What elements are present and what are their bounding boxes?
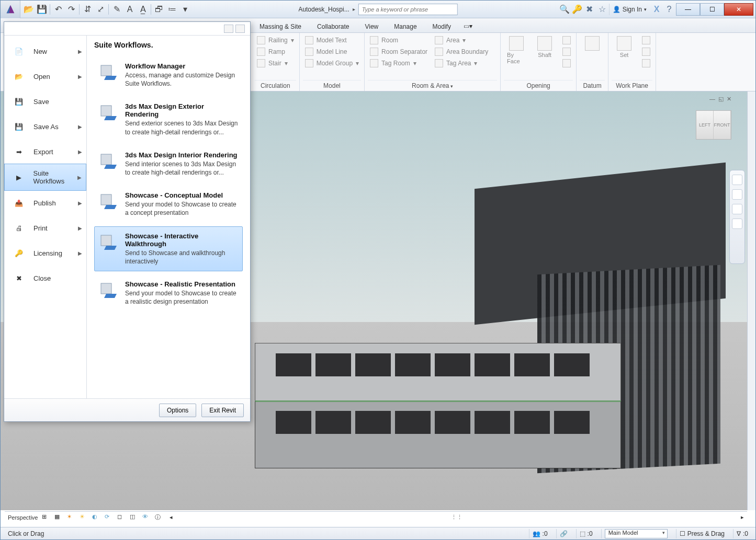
scroll-right-icon[interactable]: ▸ (741, 514, 744, 521)
scroll-handle-icon[interactable]: ⋮⋮ (451, 514, 462, 521)
cube-front[interactable]: FRONT (714, 111, 731, 139)
menu-item-close[interactable]: ✖Close (4, 266, 86, 291)
detail-icon[interactable]: ▦ (54, 513, 63, 522)
search-icon[interactable]: 🔍 (559, 4, 570, 15)
help-icon[interactable]: ? (663, 4, 675, 15)
open-docs-icon[interactable] (235, 25, 245, 33)
maximize-button[interactable]: ☐ (700, 3, 724, 16)
area-boundary-button[interactable]: Area Boundary (433, 47, 490, 57)
railing-button[interactable]: Railing ▾ (255, 35, 296, 45)
scroll-left-icon[interactable]: ◂ (170, 514, 173, 521)
ramp-button[interactable]: Ramp (255, 47, 296, 57)
design-options-button[interactable]: ⬚ :0 (576, 529, 596, 538)
menu-item-save[interactable]: 💾Save (4, 89, 86, 114)
app-menu-button[interactable] (1, 1, 20, 18)
tab-view[interactable]: View (357, 20, 386, 32)
recent-docs-icon[interactable] (224, 25, 233, 33)
visual-style-icon[interactable]: ✶ (67, 513, 75, 522)
zoom-icon[interactable] (732, 204, 742, 214)
workflow-item[interactable]: Workflow ManagerAccess, manage and custo… (94, 56, 243, 94)
redo-icon[interactable]: ↷ (65, 3, 77, 16)
menu-item-print[interactable]: 🖨Print▶ (4, 215, 86, 240)
save-icon[interactable]: 💾 (36, 3, 48, 16)
panel-title[interactable]: Room & Area (368, 80, 497, 91)
worksets-button[interactable]: 👥 :0 (529, 529, 551, 538)
workflow-item[interactable]: Showcase - Realistic PresentationSend yo… (94, 274, 243, 312)
workflow-item[interactable]: 3ds Max Design Interior RenderingSend in… (94, 145, 243, 182)
minimize-button[interactable]: — (676, 3, 700, 16)
tag-area-button[interactable]: Tag Area ▾ (433, 58, 490, 68)
sun-icon[interactable]: ☀ (80, 513, 88, 522)
search-input[interactable] (358, 4, 458, 15)
close-button[interactable]: ✕ (724, 3, 753, 16)
filter-button[interactable]: ∇ :0 (733, 529, 751, 538)
tab-manage[interactable]: Manage (386, 20, 424, 32)
undo-icon[interactable]: ↶ (52, 3, 64, 16)
workflow-item[interactable]: Showcase - Interactive WalkthroughSend t… (94, 226, 243, 271)
qat-icon[interactable]: ≔ (166, 3, 178, 16)
model-group-button[interactable]: Model Group ▾ (303, 58, 361, 68)
shadow-icon[interactable]: ◐ (92, 513, 100, 522)
cube-left[interactable]: LEFT (696, 111, 714, 139)
scale-icon[interactable]: ⊞ (42, 513, 50, 522)
menu-item-publish[interactable]: 📤Publish▶ (4, 190, 86, 215)
opening-btn[interactable] (560, 58, 573, 68)
menu-item-open[interactable]: 📂Open▶ (4, 64, 86, 89)
shaft-button[interactable]: Shaft (532, 35, 557, 59)
reveal-icon[interactable]: ⓘ (155, 513, 163, 522)
qat-icon[interactable]: A̲ (137, 3, 149, 16)
wp-btn[interactable] (640, 58, 652, 68)
orbit-icon[interactable] (732, 219, 742, 229)
restore-view-icon[interactable]: ◱ (718, 96, 724, 102)
set-button[interactable]: Set (612, 35, 637, 59)
qat-icon[interactable]: 🗗 (153, 3, 165, 16)
minimize-view-icon[interactable]: — (709, 96, 715, 102)
pan-icon[interactable] (732, 189, 742, 200)
close-view-icon[interactable]: ✕ (727, 96, 731, 102)
qat-dropdown-icon[interactable]: ▾ (179, 3, 191, 16)
workflow-item[interactable]: Showcase - Conceptual ModelSend your mod… (94, 186, 243, 223)
workflow-item[interactable]: 3ds Max Design Exterior RenderingSend ex… (94, 97, 243, 142)
render-icon[interactable]: ⟳ (105, 513, 113, 522)
sign-in-button[interactable]: 👤 Sign In ▾ (609, 4, 650, 15)
area-button[interactable]: Area ▾ (433, 35, 490, 45)
wp-btn[interactable] (640, 47, 652, 57)
tab-massing-site[interactable]: Massing & Site (252, 20, 309, 32)
steering-wheel-icon[interactable] (732, 175, 742, 185)
tab-context-icon[interactable]: ▭▾ (459, 19, 477, 32)
by-face-button[interactable]: By Face (504, 35, 529, 65)
main-model-combo[interactable]: Main Model (601, 529, 671, 538)
menu-item-licensing[interactable]: 🔑Licensing▶ (4, 240, 86, 266)
menu-item-suite-workflows[interactable]: ▶Suite Workflows▶ (4, 164, 86, 191)
room-sep-button[interactable]: Room Separator (368, 47, 430, 57)
room-button[interactable]: Room (368, 35, 430, 45)
star-icon[interactable]: ☆ (596, 4, 608, 15)
stair-button[interactable]: Stair ▾ (255, 58, 296, 68)
crop-show-icon[interactable]: ◫ (130, 513, 138, 522)
open-icon[interactable]: 📂 (22, 3, 35, 16)
exchange-x-icon[interactable]: X (651, 4, 662, 15)
exchange-icon[interactable]: ✖ (584, 4, 595, 15)
hide-icon[interactable]: 👁 (142, 513, 151, 522)
qat-icon[interactable]: A (123, 3, 136, 16)
wp-btn[interactable] (640, 35, 652, 45)
options-button[interactable]: Options (159, 404, 196, 417)
menu-item-export[interactable]: ➡Export▶ (4, 139, 86, 164)
tag-room-button[interactable]: Tag Room ▾ (368, 58, 430, 68)
exit-revit-button[interactable]: Exit Revit (201, 404, 244, 417)
menu-item-save-as[interactable]: 💾Save As▶ (4, 114, 86, 139)
qat-icon[interactable]: ✎ (110, 3, 123, 16)
editable-only-icon[interactable]: 🔗 (556, 529, 571, 538)
scrollbar-vertical[interactable] (747, 91, 755, 510)
press-drag-toggle[interactable]: ☐ Press & Drag (676, 529, 728, 538)
crop-icon[interactable]: ◻ (117, 513, 126, 522)
chevron-right-icon[interactable]: ▸ (353, 6, 355, 12)
qat-icon[interactable]: ⇵ (81, 3, 94, 16)
tab-modify[interactable]: Modify (425, 20, 459, 32)
menu-item-new[interactable]: 📄New▶ (4, 39, 86, 64)
view-cube[interactable]: LEFT FRONT (696, 110, 731, 140)
tab-collaborate[interactable]: Collaborate (309, 20, 357, 32)
qat-icon[interactable]: ⤢ (94, 3, 107, 16)
model-line-button[interactable]: Model Line (303, 47, 361, 57)
opening-btn[interactable] (560, 35, 573, 45)
